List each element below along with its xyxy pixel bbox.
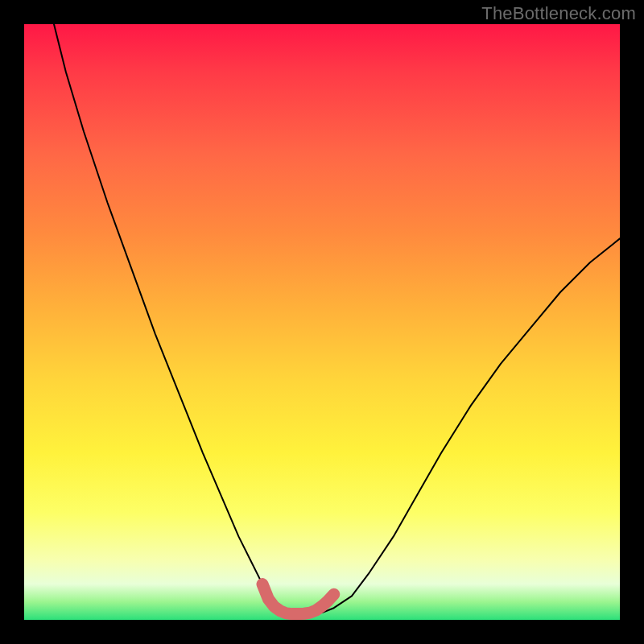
plot-area: [24, 24, 620, 620]
chart-frame: TheBottleneck.com: [0, 0, 644, 644]
chart-overlay: [24, 24, 620, 620]
minimum-marker: [262, 584, 334, 614]
bottleneck-curve: [54, 24, 620, 614]
watermark-text: TheBottleneck.com: [481, 3, 636, 24]
